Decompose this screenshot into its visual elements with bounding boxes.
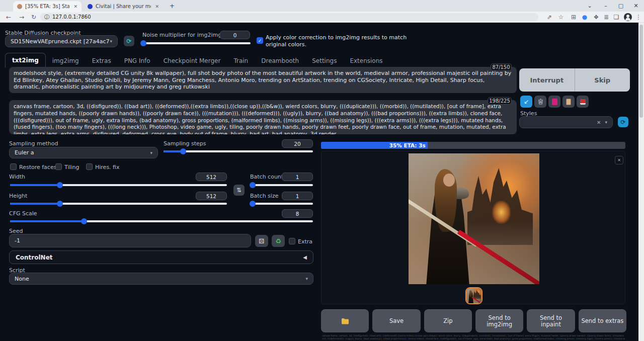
reload-icon[interactable]: ↻	[29, 13, 38, 22]
batch-count-value[interactable]: 1	[282, 173, 313, 181]
tab-train[interactable]: Train	[227, 54, 255, 68]
stable-diffusion-webui: Stable Diffusion checkpoint SD15NewVAEpr…	[0, 23, 638, 341]
interrupt-button[interactable]: Interrupt	[519, 68, 575, 92]
window-minimize-icon[interactable]: –	[599, 0, 613, 12]
sampling-method-dropdown[interactable]: Euler a ▾	[9, 147, 158, 158]
batch-count-slider[interactable]	[250, 184, 313, 186]
artwork-fire	[492, 201, 510, 224]
extensions-puzzle-icon[interactable]: ❖	[592, 13, 601, 22]
restore-faces-label: Restore faces	[19, 164, 56, 170]
width-value[interactable]: 512	[196, 173, 227, 181]
height-slider[interactable]	[10, 203, 227, 205]
page-scrollbar[interactable]	[638, 23, 644, 341]
cfg-scale-value[interactable]: 8	[282, 209, 313, 218]
extension-grid-icon[interactable]: ⊞	[569, 13, 578, 22]
send-to-extras-button[interactable]: Send to extras	[579, 309, 626, 332]
close-tab-icon[interactable]: ✕	[155, 4, 159, 9]
apply-styles-icon[interactable]	[562, 96, 575, 108]
address-bar[interactable]: ⓘ127.0.0.1:7860	[40, 13, 538, 21]
styles-dropdown[interactable]: ✕ ▾	[519, 116, 613, 128]
zip-button[interactable]: Zip	[424, 309, 472, 332]
negative-prompt-input[interactable]: canvas frame, cartoon, 3d, ((disfigured)…	[9, 100, 517, 134]
gallery-thumbnail-selected[interactable]	[465, 287, 482, 304]
output-actions: Save Zip Send to img2img Send to inpaint…	[321, 309, 626, 332]
back-icon[interactable]: ←	[4, 13, 13, 22]
height-value[interactable]: 512	[196, 192, 227, 200]
tab-png-info[interactable]: PNG Info	[118, 54, 157, 68]
save-button[interactable]: Save	[372, 309, 420, 332]
extra-networks-icon[interactable]	[548, 96, 560, 108]
batch-size-label: Batch size	[250, 193, 278, 199]
refresh-styles-button[interactable]: ⟳	[618, 117, 628, 127]
seed-input[interactable]: -1	[9, 234, 251, 247]
chevron-down-icon: ▾	[150, 150, 152, 155]
bookmark-star-icon[interactable]: ☆	[556, 13, 566, 22]
seed-value: -1	[15, 237, 20, 244]
tab-settings[interactable]: Settings	[305, 54, 343, 68]
forward-icon[interactable]: →	[17, 13, 26, 22]
script-value: None	[15, 276, 29, 282]
tiling-checkbox[interactable]	[55, 163, 62, 170]
window-restore-icon[interactable]: ▢	[614, 0, 628, 12]
side-panel-icon[interactable]: ❏	[612, 13, 621, 22]
prompt-input[interactable]: modelshoot style, (extremely detailed CG…	[9, 67, 517, 93]
controlnet-accordion[interactable]: ControlNet ◀	[9, 250, 313, 264]
batch-size-value[interactable]: 1	[282, 192, 313, 200]
browser-tab-stable-diffusion[interactable]: [35% ETA: 3s] Stable Diffusion ✕	[13, 1, 82, 12]
tab-extras[interactable]: Extras	[86, 54, 118, 68]
sampling-steps-value[interactable]: 20	[282, 139, 313, 148]
close-tab-icon[interactable]: ✕	[73, 4, 77, 9]
chevron-down-icon: ▾	[605, 120, 607, 125]
reuse-seed-recycle-icon[interactable]: ♻	[272, 235, 285, 247]
color-correction-checkbox[interactable]: ✓	[257, 37, 263, 44]
window-menu-icon[interactable]: ⌄	[583, 0, 597, 12]
sampling-steps-slider[interactable]	[164, 150, 313, 152]
checkpoint-value: SD15NewVAEpruned.ckpt [27a4ac756c]	[11, 38, 110, 45]
reading-list-icon[interactable]: ≣	[602, 13, 611, 22]
tab-extensions[interactable]: Extensions	[343, 54, 389, 68]
tab-img2img[interactable]: img2img	[46, 54, 86, 68]
script-dropdown[interactable]: None ▾	[9, 273, 313, 285]
tab-dreambooth[interactable]: Dreambooth	[255, 54, 305, 68]
trash-glyph	[538, 99, 543, 105]
trash-icon[interactable]	[534, 96, 546, 108]
generated-image-preview[interactable]	[409, 153, 539, 284]
info-icon[interactable]: ⓘ	[44, 14, 49, 20]
extra-seed-checkbox[interactable]	[289, 238, 295, 244]
sampling-method-label: Sampling method	[9, 140, 58, 147]
cfg-scale-slider[interactable]	[10, 220, 313, 222]
width-slider[interactable]	[10, 184, 227, 186]
scrollbar-thumb[interactable]	[639, 25, 643, 118]
browser-tab-civitai[interactable]: Civitai | Share your models ✕	[84, 1, 163, 12]
clear-styles-icon[interactable]: ✕	[597, 120, 601, 125]
share-icon[interactable]: ⇗	[545, 13, 554, 22]
chevron-down-icon: ▾	[305, 276, 308, 281]
window-close-icon[interactable]: ✕	[629, 0, 643, 12]
profile-avatar[interactable]	[624, 13, 632, 21]
paste-params-icon[interactable]: ↙	[520, 96, 532, 108]
new-tab-button[interactable]: +	[168, 2, 176, 10]
browser-tab-title: [35% ETA: 3s] Stable Diffusion	[25, 4, 69, 9]
browser-menu-icon[interactable]: ⋮	[634, 13, 643, 22]
progress-bar: 35% ETA: 3s	[321, 142, 625, 149]
batch-size-slider[interactable]	[250, 203, 313, 205]
hires-fix-checkbox[interactable]	[86, 163, 93, 170]
skip-button[interactable]: Skip	[575, 68, 630, 92]
random-seed-dice-icon[interactable]: ⚄	[255, 235, 268, 247]
refresh-checkpoints-button[interactable]: ⟳	[124, 36, 134, 46]
send-to-img2img-button[interactable]: Send to img2img	[475, 309, 523, 332]
noise-multiplier-value[interactable]: 0	[220, 31, 250, 39]
close-preview-icon[interactable]: ✕	[615, 156, 623, 164]
send-to-inpaint-button[interactable]: Send to inpaint	[527, 309, 575, 332]
save-style-icon[interactable]	[577, 96, 589, 108]
noise-multiplier-slider[interactable]	[141, 42, 251, 44]
open-folder-button[interactable]	[321, 309, 369, 332]
url-text: 127.0.0.1:7860	[52, 14, 91, 20]
extension-dot-icon[interactable]: ●	[580, 13, 589, 22]
swap-dimensions-icon[interactable]: ⇅	[233, 185, 245, 196]
sampling-steps-label: Sampling steps	[164, 140, 206, 147]
tab-txt2img[interactable]: txt2img	[5, 53, 46, 68]
tab-checkpoint-merger[interactable]: Checkpoint Merger	[157, 54, 227, 68]
checkpoint-dropdown[interactable]: SD15NewVAEpruned.ckpt [27a4ac756c] ▾	[5, 35, 118, 47]
restore-faces-checkbox[interactable]	[10, 163, 17, 170]
